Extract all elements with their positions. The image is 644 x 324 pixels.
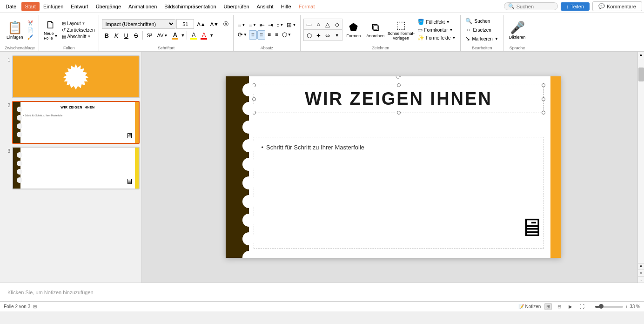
handle-ml[interactable] xyxy=(252,97,256,101)
scroll-up-button[interactable]: ▲ xyxy=(638,52,644,58)
formeffekte-button[interactable]: ✨ Formeffekte ▼ xyxy=(416,34,457,41)
teilen-button[interactable]: ↑ Teilen xyxy=(561,2,590,11)
formkontur-dropdown-icon[interactable]: ▼ xyxy=(449,28,453,32)
shape-btn-2[interactable]: ○ xyxy=(314,20,322,28)
menu-entwurf[interactable]: Entwurf xyxy=(67,2,92,11)
main-slide[interactable]: ⟳ WIR ZEIGEN IHNEN •Schritt für Schritt … xyxy=(226,76,561,258)
view-present-button[interactable]: ⛶ xyxy=(578,303,586,310)
underline-button[interactable]: U xyxy=(122,30,131,40)
zoom-out-button[interactable]: − xyxy=(590,304,593,310)
indent-increase-button[interactable]: ⇥ xyxy=(267,20,275,29)
scroll-down-button[interactable]: ▼ xyxy=(638,263,644,270)
bullet-list-button[interactable]: ≡ ▼ xyxy=(236,20,247,29)
notes-button[interactable]: 📝 Notizen xyxy=(518,304,541,309)
zoom-level-text[interactable]: 33 % xyxy=(630,304,640,309)
handle-br[interactable] xyxy=(542,111,545,115)
ersetzen-button[interactable]: ↔ Ersetzen xyxy=(463,26,500,34)
font-color-dropdown[interactable]: ▼ xyxy=(181,33,185,38)
kopieren-button[interactable]: 📄 xyxy=(26,27,34,33)
markieren-dropdown-icon[interactable]: ▼ xyxy=(495,37,498,41)
view-sort-button[interactable]: ⊟ xyxy=(556,303,563,310)
view-reading-button[interactable]: ▶ xyxy=(567,303,574,310)
handle-bm[interactable] xyxy=(397,111,401,115)
menu-ueberpruefen[interactable]: Überprüfen xyxy=(220,2,253,11)
shape-btn-4[interactable]: ◇ xyxy=(333,20,341,28)
font-family-select[interactable]: Impact (Überschriften) xyxy=(102,19,175,29)
schnellformat-button[interactable]: ⬚ Schnellformat-vorlagen xyxy=(388,18,414,41)
text-color-dropdown[interactable]: ▼ xyxy=(209,33,214,38)
font-size-increase-button[interactable]: A▲ xyxy=(195,21,207,27)
shape-btn-6[interactable]: ✦ xyxy=(314,31,322,40)
numbered-list-button[interactable]: ≡ ▼ xyxy=(247,20,258,29)
zuruecksetzen-button[interactable]: ↺ Zurücksetzen xyxy=(60,27,96,33)
scroll-extra-1[interactable]: ○ xyxy=(638,270,644,276)
menu-animationen[interactable]: Animationen xyxy=(125,2,161,11)
neue-folie-dropdown-icon[interactable]: ▼ xyxy=(54,34,58,38)
view-normal-button[interactable]: ⊞ xyxy=(544,303,552,310)
slide-item-2[interactable]: 2 WIR ZEIGEN IHNEN • Schritt für Schritt… xyxy=(2,101,140,144)
slide-info-icon[interactable]: ⊞ xyxy=(33,304,37,309)
slide-content-box[interactable]: •Schritt für Schritt zu Ihrer Masterfoli… xyxy=(254,137,544,249)
handle-tr[interactable] xyxy=(542,83,545,87)
italic-button[interactable]: K xyxy=(112,30,121,40)
menu-uebergaenge[interactable]: Übergänge xyxy=(92,2,125,11)
text-direction-button[interactable]: ⟳ ▼ xyxy=(236,30,248,40)
neue-folie-button[interactable]: 🗋 NeueFolie ▼ xyxy=(42,18,60,41)
shape-btn-1[interactable]: ▭ xyxy=(305,20,313,28)
format-uebertragen-button[interactable]: 🖌️ xyxy=(26,34,34,40)
slide-thumb-2[interactable]: WIR ZEIGEN IHNEN • Schritt für Schritt z… xyxy=(12,101,140,144)
strikethrough-button[interactable]: S xyxy=(132,30,141,40)
clear-format-button[interactable]: Ⓐ xyxy=(221,20,230,28)
shape-btn-7[interactable]: ⬄ xyxy=(323,31,332,40)
search-input[interactable] xyxy=(517,4,554,9)
layout-button[interactable]: ⊞ Layout ▼ xyxy=(60,20,96,27)
handle-mr[interactable] xyxy=(542,97,545,101)
justify-button[interactable]: ≡ xyxy=(273,30,280,40)
font-size-decrease-button[interactable]: A▼ xyxy=(208,21,221,27)
text-color-button[interactable]: A xyxy=(199,31,208,40)
shape-btn-5[interactable]: ⬡ xyxy=(305,31,313,40)
menu-einfugen[interactable]: Einfügen xyxy=(40,2,67,11)
slide-thumb-3[interactable]: 🖥 xyxy=(12,147,140,189)
align-center-button[interactable]: ≡ xyxy=(257,30,265,40)
formen-button[interactable]: ⬟ Formen xyxy=(344,20,362,39)
align-right-button[interactable]: ≡ xyxy=(266,30,273,40)
kommentare-button[interactable]: 💬 Kommentare xyxy=(592,1,642,11)
rotate-handle[interactable]: ⟳ xyxy=(396,76,402,81)
ausschneiden-button[interactable]: ✂️ xyxy=(26,20,34,26)
shadow-button[interactable]: S² xyxy=(145,32,154,39)
handle-tm[interactable] xyxy=(397,83,401,87)
markieren-button[interactable]: ↘ Markieren ▼ xyxy=(463,34,500,43)
slide-title-box[interactable]: ⟳ WIR ZEIGEN IHNEN xyxy=(254,85,544,113)
columns-button[interactable]: ⊞ ▼ xyxy=(285,20,297,29)
font-size-input[interactable] xyxy=(176,19,194,29)
formeffekte-dropdown-icon[interactable]: ▼ xyxy=(452,36,456,40)
menu-hilfe[interactable]: Hilfe xyxy=(277,2,295,11)
shape-scroll-icon[interactable]: ▼ xyxy=(333,31,341,40)
suchen-button[interactable]: 🔍 Suchen xyxy=(463,17,500,25)
diktieren-button[interactable]: 🎤 Diktieren xyxy=(506,19,529,41)
slide-item-3[interactable]: 3 🖥 xyxy=(2,147,140,189)
scroll-extra-2[interactable]: ↕ xyxy=(638,276,644,283)
shape-btn-3[interactable]: △ xyxy=(323,20,332,28)
menu-format[interactable]: Format xyxy=(295,2,319,11)
einfuegen-button[interactable]: 📋 Einfügen xyxy=(5,20,25,40)
font-color-button[interactable]: A xyxy=(170,31,180,40)
fuelleffekt-button[interactable]: 🪣 Fülleffekt ▼ xyxy=(416,18,457,26)
slide-item-1[interactable]: 1 xyxy=(2,55,140,98)
slide-thumb-1[interactable] xyxy=(12,55,140,98)
menu-bildschirm[interactable]: Bildschirmpräsentation xyxy=(161,2,220,11)
menu-start[interactable]: Start xyxy=(21,2,40,11)
scroll-thumb[interactable] xyxy=(638,68,644,81)
formkontur-button[interactable]: ▭ Formkontur ▼ xyxy=(416,26,457,34)
indent-decrease-button[interactable]: ⇤ xyxy=(258,20,266,29)
bold-button[interactable]: B xyxy=(102,30,111,40)
notes-area[interactable]: Klicken Sie, um Notizen hinzuzufügen xyxy=(0,283,644,301)
align-left-button[interactable]: ≡ xyxy=(249,30,257,40)
fuelleffekt-dropdown-icon[interactable]: ▼ xyxy=(446,20,450,24)
zoom-in-button[interactable]: + xyxy=(625,304,628,310)
highlight-button[interactable]: A xyxy=(189,31,198,40)
character-spacing-button[interactable]: AV ▼ xyxy=(155,32,170,39)
search-box[interactable]: 🔍 xyxy=(504,2,558,10)
abschnitt-button[interactable]: ▤ Abschnitt ▼ xyxy=(60,34,96,40)
